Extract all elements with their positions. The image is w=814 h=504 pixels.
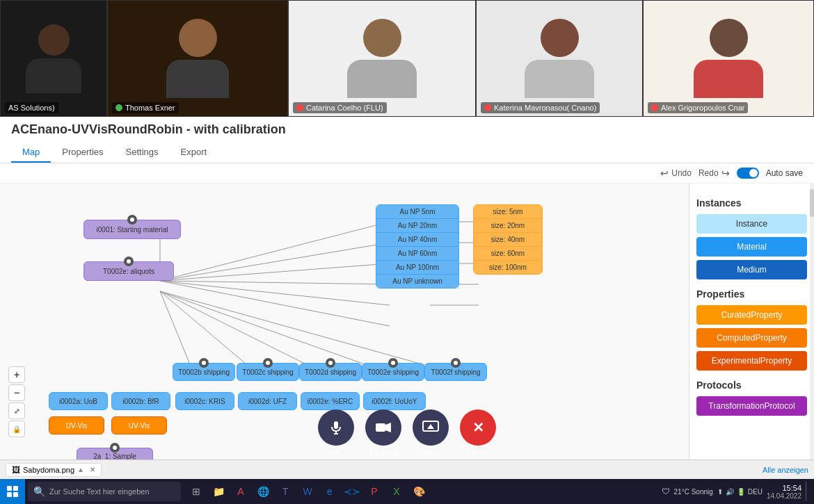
undo-button[interactable]: ↩ Undo [660,168,692,179]
svg-line-2 [160,243,390,281]
powerpoint-button[interactable]: P [365,482,384,501]
node-au-unk[interactable]: Au NP unknown [376,275,458,288]
node-ufz[interactable]: i0002d: UFZ [238,392,297,410]
app-header: ACEnano-UVVisRoundRobin - with calibrati… [0,117,814,163]
node-au100[interactable]: Au NP 100nm [376,261,458,275]
tab-map[interactable]: Map [11,143,51,163]
search-placeholder: Zur Suche Text hier eingeben [49,487,150,496]
tab-settings[interactable]: Settings [115,143,170,163]
clock[interactable]: 15:54 14.04.2022 [767,484,801,500]
task-view-button[interactable]: ⊞ [186,482,206,501]
node-au5[interactable]: Au NP 5nm [376,205,458,219]
right-panel: Instances Instance Material Medium Prope… [689,184,814,479]
node-uvvis-2[interactable]: UV-Vis [111,416,167,434]
acrobat-button[interactable]: A [231,482,250,501]
alle-anzeigen-link[interactable]: Alle anzeigen [763,466,808,474]
zoom-out-button[interactable]: − [8,384,25,401]
node-5nm[interactable]: size: 5nm [474,205,542,219]
show-desktop-button[interactable] [806,482,808,501]
node-100nm[interactable]: size: 100nm [474,261,542,274]
node-au40[interactable]: Au NP 40nm [376,233,458,247]
teams-button[interactable]: T [276,482,295,501]
png-icon: 🖼 [12,465,20,475]
app-tabs: Map Properties Settings Export [11,143,803,163]
taskbar-icons: ⊞ 📁 A 🌐 T W e ≺≻ P X 🎨 [184,482,431,501]
node-40nm[interactable]: size: 40nm [474,233,542,247]
node-60nm[interactable]: size: 60nm [474,247,542,261]
edge-button[interactable]: e [320,482,340,501]
system-icons: ⬆ 🔊 🔋 DEU [717,488,763,496]
node-pin-3 [199,358,209,368]
blue-nps-group: Au NP 5nm Au NP 20nm Au NP 40nm Au NP 60… [376,204,459,288]
windows-icon [7,486,18,497]
node-pin-6 [388,358,398,368]
screen-control[interactable]: Screen [413,409,449,457]
participant-name-1: AS Solutions) [5,102,58,113]
autosave-label: Auto save [766,168,803,178]
node-au20[interactable]: Au NP 20nm [376,219,458,233]
node-uouy[interactable]: i0002f: UoUoY [363,392,426,410]
autosave-toggle[interactable] [737,168,759,179]
camera-control[interactable]: Camera [365,409,401,457]
excel-button[interactable]: X [387,482,406,501]
taskbar-search[interactable]: 🔍 Zur Suche Text hier eingeben [28,482,181,501]
node-ship-b[interactable]: T0002b shipping [173,363,235,381]
svg-line-4 [160,281,390,284]
meeting-controls: Mic Camera Screen ✕ Leave [318,409,496,457]
svg-rect-17 [334,421,338,429]
start-button[interactable] [0,479,25,504]
svg-line-3 [160,263,390,281]
node-kris[interactable]: i0002c: KRIS [175,392,234,410]
node-ship-d[interactable]: T0002d shipping [299,363,362,381]
instance-button[interactable]: Instance [696,214,807,234]
svg-marker-23 [427,424,434,429]
video-tile-3: Catarina Coelho (FLU) [288,0,476,117]
tab-export[interactable]: Export [170,143,218,163]
zoom-controls: + − ⤢ 🔒 [8,366,25,437]
search-icon: 🔍 [33,486,45,497]
computed-property-button[interactable]: ComputedProperty [696,328,807,348]
leave-control[interactable]: ✕ Leave [460,409,496,457]
node-pin-8 [110,443,120,453]
instances-title: Instances [696,197,807,209]
medium-button[interactable]: Medium [696,260,807,279]
material-button[interactable]: Material [696,237,807,257]
word-button[interactable]: W [298,482,317,501]
tab-properties[interactable]: Properties [51,143,114,163]
node-au60[interactable]: Au NP 60nm [376,247,458,261]
transformation-protocol-button[interactable]: TransformationProtocol [696,396,807,416]
node-aliquots[interactable]: T0002e: aliquots [83,261,174,281]
participant-name-5: Alex Grigoropoulos Cnar [648,102,748,113]
svg-line-11 [160,291,435,368]
protocols-title: Protocols [696,380,807,391]
mic-control[interactable]: Mic [318,409,354,457]
mic-icon [328,420,344,435]
svg-line-1 [160,222,390,281]
vscode-button[interactable]: ≺≻ [342,482,362,501]
camera-icon [375,421,392,434]
node-uob[interactable]: i0002a: UoB [49,392,108,410]
explorer-button[interactable]: 📁 [209,482,228,501]
file-close-button[interactable]: ✕ [90,466,95,473]
svg-line-7 [160,291,191,368]
taskbar-right: 🛡 21°C Sonnig ⬆ 🔊 🔋 DEU 15:54 14.04.2022 [656,482,814,501]
zoom-in-button[interactable]: + [8,366,25,383]
antivirus-icon: 🛡 [662,487,670,496]
experimental-property-button[interactable]: ExperimentalProperty [696,351,807,371]
node-bfr[interactable]: i0002b: BfR [111,392,170,410]
node-20nm[interactable]: size: 20nm [474,219,542,233]
redo-button[interactable]: Redo ↪ [699,168,730,179]
node-ship-f[interactable]: T0002f shipping [424,363,487,381]
node-ship-e[interactable]: T0002e shipping [362,363,424,381]
paint-button[interactable]: 🎨 [409,482,429,501]
node-starting-material[interactable]: i0001: Starting material [83,220,181,239]
lock-button[interactable]: 🔒 [8,421,25,437]
node-uvvis-1[interactable]: UV-Vis [49,416,104,434]
fit-button[interactable]: ⤢ [8,403,25,419]
curated-property-button[interactable]: CuratedProperty [696,305,807,325]
node-pin-2 [124,257,134,266]
node-ship-c[interactable]: T0002c shipping [237,363,299,381]
chrome-button[interactable]: 🌐 [253,482,273,501]
node-erc[interactable]: i0002e: %ERC [301,392,360,410]
file-item-png[interactable]: 🖼 Sabydoma.png ▲ ✕ [6,463,102,477]
